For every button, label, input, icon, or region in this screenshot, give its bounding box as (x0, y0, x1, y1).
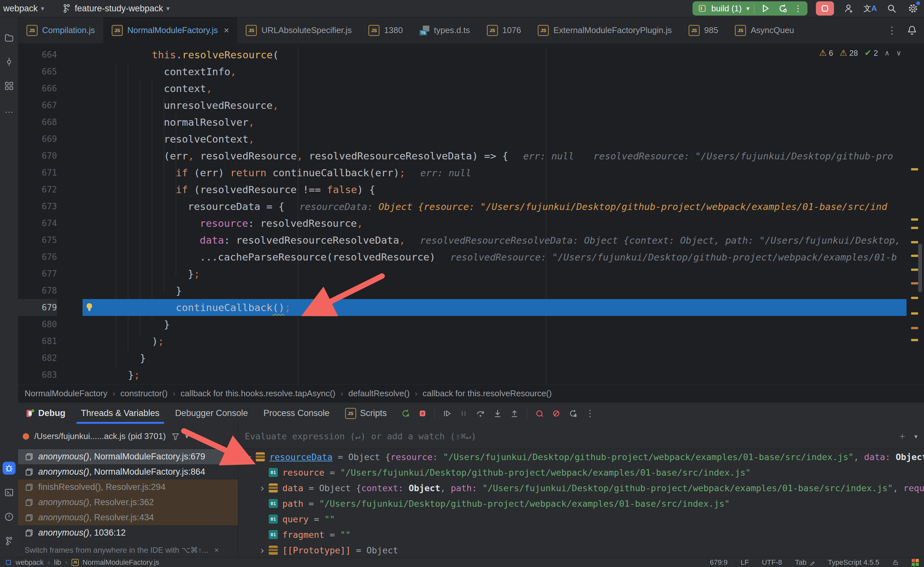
variable-row[interactable]: 01path = "/Users/fujunkui/Desktop/github… (238, 496, 924, 511)
gutter[interactable] (57, 248, 82, 265)
tab-options-kebab-icon[interactable]: ⋮ (887, 26, 897, 35)
project-folder-icon[interactable] (3, 32, 15, 44)
terminal-icon[interactable] (3, 486, 15, 499)
more-tool-windows-icon[interactable]: … (3, 103, 15, 116)
debug-tab-process-console[interactable]: Process Console (256, 403, 338, 424)
scrollbar-thumb[interactable] (918, 244, 922, 292)
rerun-icon[interactable] (401, 409, 411, 418)
line-number[interactable]: 664 (18, 46, 57, 63)
line-number[interactable]: 676 (18, 248, 57, 265)
mute-breakpoints-icon[interactable] (552, 409, 561, 418)
run-configuration-widget[interactable]: build (1) ▾ ⋮ (693, 1, 807, 15)
editor-tab[interactable]: TStypes.d.ts (411, 17, 478, 44)
debug-tab-threads-variables[interactable]: Threads & Variables (73, 403, 167, 424)
gutter[interactable] (57, 333, 82, 350)
stack-frame-row[interactable]: anonymous(), Resolver.js:434 (18, 510, 238, 525)
gutter[interactable] (57, 198, 82, 215)
breadcrumb-item[interactable]: callback for this.resolveResource() (423, 388, 552, 399)
line-number[interactable]: 667 (18, 97, 57, 114)
debug-tab-debugger-console[interactable]: Debugger Console (167, 403, 256, 424)
line-number[interactable]: 678 (18, 282, 57, 299)
line-number[interactable]: 683 (18, 367, 57, 383)
git-branch-icon[interactable] (3, 535, 15, 547)
editor-tab[interactable]: JSCompilation.js (18, 17, 103, 44)
line-number[interactable]: 682 (18, 350, 57, 367)
editor-tab[interactable]: JSURLAbsoluteSpecifier.js (237, 17, 360, 44)
gutter[interactable] (57, 232, 82, 248)
unlock-icon[interactable] (892, 559, 899, 566)
evaluate-expression-input[interactable]: Evaluate expression (↵) or add a watch (… (245, 431, 890, 441)
tree-chevron-icon[interactable]: › (244, 450, 255, 463)
variable-row[interactable]: ›[[Prototype]] = Object (238, 542, 924, 557)
line-number[interactable]: 666 (18, 80, 57, 97)
breadcrumb-item[interactable]: NormalModuleFactory (25, 388, 108, 399)
gutter[interactable] (57, 367, 82, 383)
settings-gear-icon[interactable] (906, 2, 920, 15)
step-over-icon[interactable] (476, 409, 485, 418)
status-file-name[interactable]: NormalModuleFactory.js (82, 558, 159, 567)
vcs-branch-widget[interactable]: feature-study-webpack ▾ (62, 3, 170, 14)
editor-tab[interactable]: JS1076 (478, 17, 530, 44)
inspection-ok[interactable]: ✔ 2 (864, 48, 878, 58)
status-crumb[interactable]: webpack (15, 558, 44, 567)
line-number[interactable]: 672 (18, 181, 57, 198)
gutter[interactable] (57, 316, 82, 333)
editor-scrollbar[interactable] (906, 44, 924, 384)
gutter[interactable] (57, 181, 82, 198)
line-number[interactable]: 679 (18, 299, 57, 316)
status-item[interactable]: LF (741, 558, 749, 567)
commit-icon[interactable] (3, 56, 15, 68)
line-number[interactable]: 677 (18, 265, 57, 282)
line-number[interactable]: 674 (18, 215, 57, 232)
status-item[interactable]: UTF-8 (762, 558, 782, 567)
line-number[interactable]: 671 (18, 164, 57, 181)
add-watch-icon[interactable] (898, 432, 906, 441)
gutter[interactable] (57, 97, 82, 114)
kebab-menu-icon[interactable]: ⋮ (585, 408, 594, 419)
inspection-warn[interactable]: ⚠ 28 (840, 48, 858, 58)
debug-session-selector[interactable]: /Users/fujunkui......ack.js (pid 3701) ▾ (18, 424, 238, 449)
breadcrumb-item[interactable]: callback for this.hooks.resolve.tapAsync… (181, 388, 335, 399)
view-breakpoints-icon[interactable] (535, 409, 544, 418)
gutter[interactable] (57, 63, 82, 80)
gutter[interactable] (57, 147, 82, 164)
gutter[interactable] (57, 164, 82, 181)
editor-tab[interactable]: JSExternalModuleFactoryPlugin.js (530, 17, 680, 44)
line-number[interactable]: 665 (18, 63, 57, 80)
variable-row[interactable]: ›resourceData = Object {resource: "/User… (238, 449, 924, 465)
filter-funnel-icon[interactable] (171, 432, 180, 441)
step-out-icon[interactable] (510, 409, 519, 418)
line-number[interactable]: 669 (18, 131, 57, 147)
kebab-menu-icon[interactable]: ⋮ (794, 4, 802, 13)
variable-row[interactable]: 01resource = "/Users/fujunkui/Desktop/gi… (238, 465, 924, 480)
stop-button[interactable] (816, 1, 834, 15)
gutter[interactable] (57, 114, 82, 131)
code-editor[interactable]: 664this.resolveResource(665contextInfo,6… (18, 44, 924, 384)
step-into-icon[interactable] (493, 409, 502, 418)
editor-tab[interactable]: JSAsyncQueu (726, 17, 802, 44)
restore-layout-icon[interactable] (568, 409, 578, 418)
stack-frame-row[interactable]: anonymous(), NormalModuleFactory.js:679 (18, 449, 238, 464)
status-crumb[interactable]: lib (54, 558, 61, 567)
stack-frame-row[interactable]: finishResolved(), Resolver.js:294 (18, 480, 238, 495)
gutter[interactable] (57, 80, 82, 97)
debug-tool-window-icon[interactable] (3, 462, 15, 475)
chevron-down-icon[interactable]: ▾ (914, 433, 918, 440)
inspection-warn[interactable]: ⚠ 6 (819, 48, 833, 58)
translate-icon[interactable]: 文A (864, 2, 877, 15)
gutter[interactable] (57, 46, 82, 63)
tree-chevron-icon[interactable]: › (256, 483, 269, 494)
close-icon[interactable]: × (224, 25, 229, 36)
gutter[interactable] (57, 215, 82, 232)
breadcrumb-item[interactable]: constructor() (120, 388, 168, 399)
editor-tab[interactable]: JS1380 (360, 17, 411, 44)
stack-frame-row[interactable]: anonymous(), Resolver.js:362 (18, 495, 238, 510)
status-item[interactable]: 679:9 (710, 558, 728, 567)
structure-icon[interactable] (3, 80, 15, 92)
gutter[interactable] (57, 350, 82, 367)
project-widget[interactable]: webpack ▾ (3, 3, 44, 14)
run-button[interactable] (759, 2, 772, 15)
variable-row[interactable]: 01query = "" (238, 511, 924, 527)
editor-tab[interactable]: JS985 (680, 17, 726, 44)
editor-tab[interactable]: JSNormalModuleFactory.js× (103, 17, 237, 44)
